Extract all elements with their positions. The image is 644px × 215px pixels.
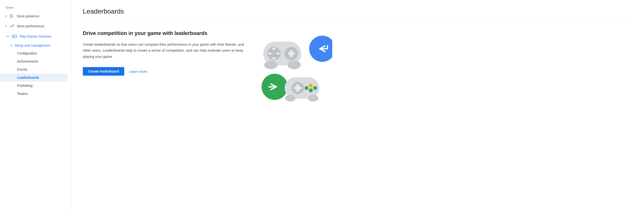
sidebar-label-testers: Testers	[17, 92, 28, 96]
text-section: Drive competition in your game with lead…	[83, 30, 245, 76]
sidebar-label-publishing: Publishing	[17, 84, 32, 87]
trending-icon	[9, 23, 14, 29]
svg-point-5	[14, 36, 15, 37]
sidebar-item-setup-and-management[interactable]: Setup and management	[0, 42, 71, 49]
svg-rect-25	[294, 87, 301, 89]
sidebar-item-leaderboards[interactable]: Leaderboards	[0, 73, 68, 82]
svg-rect-10	[276, 52, 280, 54]
sidebar-item-configuration[interactable]: Configuration	[0, 49, 68, 57]
divider	[83, 20, 632, 20]
svg-point-29	[305, 86, 308, 90]
chevron-right-icon-perf	[4, 24, 8, 28]
svg-point-27	[313, 86, 317, 90]
svg-point-26	[309, 84, 313, 87]
svg-rect-9	[272, 48, 276, 50]
svg-marker-0	[10, 14, 13, 18]
sidebar-item-achievements[interactable]: Achievements	[0, 57, 68, 65]
sidebar-item-play-games-services[interactable]: Play Games Services	[0, 31, 71, 42]
illustration	[256, 30, 332, 111]
svg-point-16	[288, 61, 301, 69]
main-content: Leaderboards Drive competition in your g…	[72, 0, 644, 215]
sidebar-item-testers[interactable]: Testers	[0, 90, 68, 98]
sidebar: Grow Store presence Store performa	[0, 0, 72, 215]
svg-point-30	[285, 95, 296, 102]
leaderboards-illustration	[256, 30, 332, 111]
sidebar-label-setup-and-management: Setup and management	[15, 43, 50, 47]
sidebar-label-configuration: Configuration	[17, 51, 37, 55]
gamepad-icon	[12, 33, 17, 39]
sidebar-label-achievements: Achievements	[17, 59, 38, 63]
content-body: Create leaderboards so that users can co…	[83, 41, 245, 60]
svg-rect-11	[272, 57, 276, 59]
content-area: Drive competition in your game with lead…	[83, 30, 632, 111]
svg-rect-1	[12, 35, 16, 38]
chevron-down-icon-games	[6, 34, 10, 38]
sidebar-label-store-presence: Store presence	[17, 14, 39, 18]
sidebar-item-store-performance[interactable]: Store performance	[0, 21, 68, 31]
svg-point-15	[264, 61, 278, 69]
svg-rect-8	[268, 52, 271, 54]
sidebar-item-store-presence[interactable]: Store presence	[0, 11, 68, 21]
sidebar-label-leaderboards: Leaderboards	[17, 76, 39, 79]
sidebar-label-play-games-services: Play Games Services	[20, 34, 52, 38]
play-icon	[9, 13, 14, 19]
chevron-down-icon-setup	[10, 43, 13, 47]
sidebar-item-publishing[interactable]: Publishing	[0, 82, 68, 90]
svg-point-4	[15, 36, 16, 36]
content-heading: Drive competition in your game with lead…	[83, 30, 245, 37]
learn-more-link[interactable]: Learn more	[129, 69, 147, 73]
chevron-right-icon	[4, 14, 8, 18]
svg-point-31	[308, 95, 318, 102]
page-title: Leaderboards	[83, 7, 632, 15]
svg-point-28	[309, 88, 313, 92]
sidebar-item-events[interactable]: Events	[0, 65, 68, 73]
sidebar-section-grow: Grow	[0, 4, 71, 11]
sidebar-label-store-performance: Store performance	[17, 24, 44, 28]
actions: Create leaderboard Learn more	[83, 67, 245, 76]
svg-rect-14	[288, 52, 295, 55]
sidebar-label-events: Events	[17, 67, 27, 71]
create-leaderboard-button[interactable]: Create leaderboard	[83, 67, 124, 76]
